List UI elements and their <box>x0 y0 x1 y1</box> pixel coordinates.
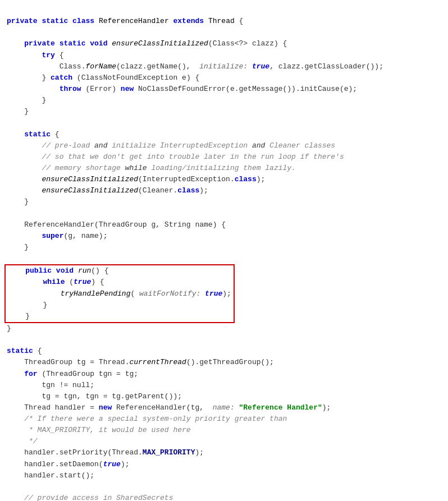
keyword-try: try <box>42 51 54 59</box>
value-true4: true <box>103 460 121 468</box>
keyword-super: super <box>42 232 63 240</box>
method-tryhandlependingref: tryHandlePending <box>61 289 131 298</box>
keyword-static: static <box>42 17 68 25</box>
keyword-static1: static <box>24 130 51 139</box>
comment-2: // so that we don't get into trouble lat… <box>42 153 344 161</box>
method-ensureclassinitialized2: ensureClassInitialized <box>42 175 138 183</box>
brace-open: { <box>239 17 244 25</box>
param-name1: name: <box>213 403 235 412</box>
method-currentthread: currentThread <box>129 358 186 366</box>
method-run: run <box>78 266 91 275</box>
comment-7: // provide access in SharedSecrets <box>24 494 173 501</box>
keyword-new1: new <box>121 85 134 93</box>
keyword-extends: extends <box>173 17 204 25</box>
field-maxpriority: MAX_PRIORITY <box>143 448 195 457</box>
highlighted-run-method: public void run() { while (true) { tryHa… <box>4 264 235 323</box>
keyword-public: public <box>25 266 52 275</box>
comment-6: */ <box>24 437 37 445</box>
param-initialize: initialize: <box>199 62 248 71</box>
string-referencehandler: "Reference Handler" <box>239 403 322 412</box>
keyword-class: class <box>72 17 94 25</box>
keyword-catch: catch <box>51 73 72 82</box>
value-true2: true <box>74 278 91 286</box>
method-ensureclassinitialized3: ensureClassInitialized <box>42 186 138 195</box>
keyword-for: for <box>24 370 37 378</box>
keyword-private: private <box>7 17 38 25</box>
constructor-referencehandler: ReferenceHandler(ThreadGroup g, String n… <box>24 220 226 229</box>
method-ensureclassinitialized: ensureClassInitialized <box>112 39 208 48</box>
keyword-while: while <box>43 278 65 286</box>
comment-4: /* If there were a special system-only p… <box>24 415 287 423</box>
comment-1: // pre-load and initialize InterruptedEx… <box>42 141 335 150</box>
class-name-thread: Thread <box>208 17 235 25</box>
class-name-referencehandler: ReferenceHandler <box>99 17 169 25</box>
keyword-void2: void <box>56 266 74 275</box>
code-viewer: private static class ReferenceHandler ex… <box>0 0 448 501</box>
comment-5: * MAX_PRIORITY, it would be used here <box>24 426 190 434</box>
keyword-private2: private <box>24 39 55 48</box>
keyword-new2: new <box>99 403 112 412</box>
value-true1: true <box>252 62 269 71</box>
keyword-static2: static <box>60 39 86 48</box>
keyword-throw: throw <box>60 85 81 93</box>
value-true3: true <box>205 289 222 298</box>
param-waitfornotify1: waitForNotify: <box>139 289 200 298</box>
keyword-void: void <box>90 39 107 48</box>
method-forname: forName <box>85 62 116 71</box>
keyword-static2: static <box>7 347 33 355</box>
comment-3: // memory shortage while loading/initial… <box>42 164 296 172</box>
